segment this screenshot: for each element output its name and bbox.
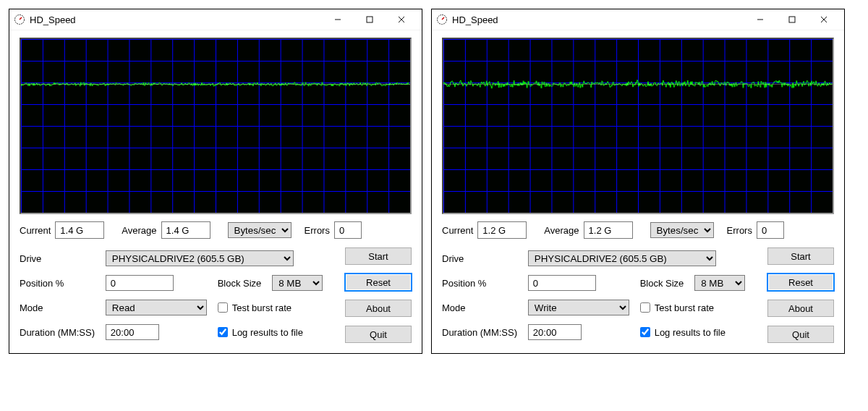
blocksize-select[interactable]: 8 MB <box>272 275 323 291</box>
blocksize-label: Block Size <box>218 278 265 289</box>
app-icon <box>14 14 25 25</box>
svg-rect-3 <box>367 17 373 22</box>
close-button[interactable] <box>386 9 417 30</box>
throughput-graph <box>20 38 412 214</box>
burst-checkbox[interactable] <box>640 302 650 313</box>
reset-button[interactable]: Reset <box>767 274 834 291</box>
mode-label: Mode <box>442 302 521 313</box>
svg-line-1 <box>20 17 22 20</box>
app-icon <box>436 14 448 25</box>
quit-button[interactable]: Quit <box>345 326 412 343</box>
burst-label: Test burst rate <box>232 302 292 313</box>
current-value: 1.2 G <box>477 221 527 239</box>
hd-speed-window: HD_Speed Current 1.2 G Average 1.2 G Byt… <box>431 9 845 354</box>
log-checkbox-wrap[interactable]: Log results to file <box>640 327 749 338</box>
window-title: HD_Speed <box>452 14 498 25</box>
position-label: Position % <box>20 278 98 289</box>
mode-select[interactable]: Read <box>106 300 207 315</box>
reset-button[interactable]: Reset <box>345 274 412 291</box>
burst-checkbox[interactable] <box>218 302 228 313</box>
close-button[interactable] <box>808 9 840 30</box>
mode-select[interactable]: Write <box>528 300 629 315</box>
mode-label: Mode <box>20 302 98 313</box>
errors-label: Errors <box>727 225 752 236</box>
position-input[interactable] <box>528 275 596 291</box>
blocksize-select[interactable]: 8 MB <box>694 275 745 291</box>
svg-line-7 <box>442 17 444 20</box>
minimize-button[interactable] <box>744 9 776 30</box>
quit-button[interactable]: Quit <box>767 326 834 343</box>
titlebar[interactable]: HD_Speed <box>432 9 844 30</box>
drive-select[interactable]: PHYSICALDRIVE2 (605.5 GB) <box>528 250 716 266</box>
minimize-button[interactable] <box>322 9 354 30</box>
log-checkbox[interactable] <box>640 327 650 337</box>
drive-select[interactable]: PHYSICALDRIVE2 (605.5 GB) <box>106 250 294 266</box>
about-button[interactable]: About <box>345 300 412 317</box>
log-label: Log results to file <box>655 327 726 338</box>
drive-label: Drive <box>442 253 521 264</box>
errors-label: Errors <box>305 225 330 236</box>
duration-input[interactable] <box>106 324 159 340</box>
position-label: Position % <box>442 278 521 289</box>
burst-checkbox-wrap[interactable]: Test burst rate <box>640 302 749 313</box>
log-label: Log results to file <box>232 327 303 338</box>
blocksize-label: Block Size <box>640 278 688 289</box>
duration-input[interactable] <box>528 324 582 340</box>
duration-label: Duration (MM:SS) <box>20 327 98 338</box>
unit-select[interactable]: Bytes/sec <box>228 222 292 238</box>
burst-checkbox-wrap[interactable]: Test burst rate <box>218 302 326 313</box>
hd-speed-window: HD_Speed Current 1.4 G Average 1.4 G Byt… <box>9 9 422 354</box>
titlebar[interactable]: HD_Speed <box>9 9 422 30</box>
duration-label: Duration (MM:SS) <box>442 327 521 338</box>
window-title: HD_Speed <box>30 14 76 25</box>
average-value: 1.2 G <box>584 221 633 239</box>
maximize-button[interactable] <box>776 9 808 30</box>
start-button[interactable]: Start <box>767 247 834 265</box>
svg-rect-9 <box>789 17 795 22</box>
errors-value: 0 <box>334 221 362 239</box>
start-button[interactable]: Start <box>345 247 412 265</box>
log-checkbox[interactable] <box>218 327 228 337</box>
average-value: 1.4 G <box>161 221 210 239</box>
log-checkbox-wrap[interactable]: Log results to file <box>218 327 326 338</box>
maximize-button[interactable] <box>354 9 386 30</box>
unit-select[interactable]: Bytes/sec <box>650 222 714 238</box>
drive-label: Drive <box>20 253 98 264</box>
current-label: Current <box>20 225 51 236</box>
errors-value: 0 <box>757 221 784 239</box>
current-value: 1.4 G <box>55 221 104 239</box>
position-input[interactable] <box>106 275 174 291</box>
burst-label: Test burst rate <box>655 302 714 313</box>
about-button[interactable]: About <box>767 300 834 317</box>
average-label: Average <box>544 225 579 236</box>
average-label: Average <box>122 225 156 236</box>
current-label: Current <box>442 225 473 236</box>
throughput-graph <box>442 38 834 214</box>
